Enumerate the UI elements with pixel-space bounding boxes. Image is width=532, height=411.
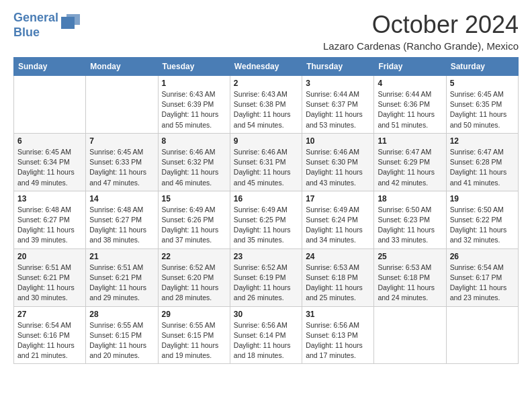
logo-icon (61, 11, 80, 32)
day-info: Sunrise: 6:48 AMSunset: 6:27 PMDaylight:… (17, 205, 75, 244)
calendar-cell: 10Sunrise: 6:46 AMSunset: 6:30 PMDayligh… (302, 133, 374, 191)
day-info: Sunrise: 6:45 AMSunset: 6:33 PMDaylight:… (89, 148, 146, 187)
day-number: 4 (378, 79, 442, 88)
day-info: Sunrise: 6:50 AMSunset: 6:22 PMDaylight:… (450, 205, 507, 244)
weekday-header-wednesday: Wednesday (230, 58, 302, 76)
calendar-cell: 8Sunrise: 6:46 AMSunset: 6:32 PMDaylight… (158, 133, 230, 191)
day-number: 19 (450, 194, 515, 203)
calendar-cell: 30Sunrise: 6:56 AMSunset: 6:14 PMDayligh… (230, 306, 302, 364)
weekday-header-sunday: Sunday (14, 58, 86, 76)
day-number: 13 (17, 194, 82, 203)
day-info: Sunrise: 6:51 AMSunset: 6:21 PMDaylight:… (17, 263, 75, 302)
calendar-week-row: 6Sunrise: 6:45 AMSunset: 6:34 PMDaylight… (14, 133, 519, 191)
calendar-cell: 16Sunrise: 6:49 AMSunset: 6:25 PMDayligh… (230, 191, 302, 248)
day-number: 11 (378, 136, 442, 146)
day-info: Sunrise: 6:44 AMSunset: 6:37 PMDaylight:… (306, 90, 363, 129)
calendar-cell: 25Sunrise: 6:53 AMSunset: 6:18 PMDayligh… (374, 248, 446, 306)
day-number: 15 (162, 194, 226, 203)
calendar-week-row: 13Sunrise: 6:48 AMSunset: 6:27 PMDayligh… (14, 191, 519, 248)
day-number: 30 (234, 310, 298, 319)
calendar-cell: 5Sunrise: 6:45 AMSunset: 6:35 PMDaylight… (446, 76, 518, 134)
day-number: 31 (306, 310, 370, 319)
day-info: Sunrise: 6:54 AMSunset: 6:16 PMDaylight:… (17, 321, 75, 360)
day-info: Sunrise: 6:49 AMSunset: 6:26 PMDaylight:… (162, 205, 219, 244)
calendar-cell: 3Sunrise: 6:44 AMSunset: 6:37 PMDaylight… (302, 76, 374, 134)
calendar-cell: 29Sunrise: 6:55 AMSunset: 6:15 PMDayligh… (158, 306, 230, 364)
month-title: October 2024 (323, 11, 519, 39)
day-number: 18 (378, 194, 442, 203)
calendar-cell: 4Sunrise: 6:44 AMSunset: 6:36 PMDaylight… (374, 76, 446, 134)
day-number: 23 (234, 252, 298, 261)
day-info: Sunrise: 6:49 AMSunset: 6:25 PMDaylight:… (234, 205, 291, 244)
calendar-cell (86, 76, 158, 134)
day-info: Sunrise: 6:53 AMSunset: 6:18 PMDaylight:… (306, 263, 363, 302)
day-info: Sunrise: 6:47 AMSunset: 6:29 PMDaylight:… (378, 148, 435, 187)
calendar-cell: 27Sunrise: 6:54 AMSunset: 6:16 PMDayligh… (14, 306, 86, 364)
weekday-header-saturday: Saturday (446, 58, 518, 76)
calendar-cell: 21Sunrise: 6:51 AMSunset: 6:21 PMDayligh… (86, 248, 158, 306)
day-info: Sunrise: 6:46 AMSunset: 6:30 PMDaylight:… (306, 148, 363, 187)
day-info: Sunrise: 6:50 AMSunset: 6:23 PMDaylight:… (378, 205, 435, 244)
calendar-cell: 7Sunrise: 6:45 AMSunset: 6:33 PMDaylight… (86, 133, 158, 191)
day-number: 12 (450, 136, 515, 146)
calendar-cell: 2Sunrise: 6:43 AMSunset: 6:38 PMDaylight… (230, 76, 302, 134)
day-info: Sunrise: 6:55 AMSunset: 6:15 PMDaylight:… (162, 321, 219, 360)
day-number: 9 (234, 136, 298, 146)
logo-text: General Blue (13, 11, 58, 40)
calendar-cell: 28Sunrise: 6:55 AMSunset: 6:15 PMDayligh… (86, 306, 158, 364)
day-info: Sunrise: 6:46 AMSunset: 6:32 PMDaylight:… (162, 148, 219, 187)
day-info: Sunrise: 6:51 AMSunset: 6:21 PMDaylight:… (89, 263, 146, 302)
day-number: 6 (17, 136, 82, 146)
day-info: Sunrise: 6:45 AMSunset: 6:35 PMDaylight:… (450, 90, 507, 129)
day-info: Sunrise: 6:45 AMSunset: 6:34 PMDaylight:… (17, 148, 75, 187)
calendar-cell: 26Sunrise: 6:54 AMSunset: 6:17 PMDayligh… (446, 248, 518, 306)
day-info: Sunrise: 6:43 AMSunset: 6:39 PMDaylight:… (162, 90, 219, 129)
day-info: Sunrise: 6:54 AMSunset: 6:17 PMDaylight:… (450, 263, 507, 302)
day-info: Sunrise: 6:43 AMSunset: 6:38 PMDaylight:… (234, 90, 291, 129)
day-info: Sunrise: 6:52 AMSunset: 6:20 PMDaylight:… (162, 263, 219, 302)
calendar-cell: 9Sunrise: 6:46 AMSunset: 6:31 PMDaylight… (230, 133, 302, 191)
day-number: 27 (17, 310, 82, 319)
day-info: Sunrise: 6:49 AMSunset: 6:24 PMDaylight:… (306, 205, 363, 244)
day-number: 1 (162, 79, 226, 88)
calendar-cell: 31Sunrise: 6:56 AMSunset: 6:13 PMDayligh… (302, 306, 374, 364)
day-number: 5 (450, 79, 515, 88)
day-info: Sunrise: 6:46 AMSunset: 6:31 PMDaylight:… (234, 148, 291, 187)
day-info: Sunrise: 6:55 AMSunset: 6:15 PMDaylight:… (89, 321, 146, 360)
calendar-cell (446, 306, 518, 364)
day-info: Sunrise: 6:56 AMSunset: 6:13 PMDaylight:… (306, 321, 363, 360)
day-number: 28 (89, 310, 154, 319)
calendar-cell: 18Sunrise: 6:50 AMSunset: 6:23 PMDayligh… (374, 191, 446, 248)
day-number: 10 (306, 136, 370, 146)
day-number: 26 (450, 252, 515, 261)
calendar-cell (374, 306, 446, 364)
calendar-cell: 23Sunrise: 6:52 AMSunset: 6:19 PMDayligh… (230, 248, 302, 306)
calendar-cell: 15Sunrise: 6:49 AMSunset: 6:26 PMDayligh… (158, 191, 230, 248)
day-number: 16 (234, 194, 298, 203)
calendar-cell: 24Sunrise: 6:53 AMSunset: 6:18 PMDayligh… (302, 248, 374, 306)
weekday-header-row: SundayMondayTuesdayWednesdayThursdayFrid… (14, 58, 519, 76)
day-number: 29 (162, 310, 226, 319)
day-number: 24 (306, 252, 370, 261)
weekday-header-monday: Monday (86, 58, 158, 76)
svg-marker-1 (61, 17, 75, 29)
day-info: Sunrise: 6:44 AMSunset: 6:36 PMDaylight:… (378, 90, 435, 129)
day-number: 25 (378, 252, 442, 261)
page-header: General Blue October 2024 Lazaro Cardena… (13, 11, 519, 52)
calendar-cell: 22Sunrise: 6:52 AMSunset: 6:20 PMDayligh… (158, 248, 230, 306)
calendar-cell: 12Sunrise: 6:47 AMSunset: 6:28 PMDayligh… (446, 133, 518, 191)
day-number: 2 (234, 79, 298, 88)
calendar-cell: 14Sunrise: 6:48 AMSunset: 6:27 PMDayligh… (86, 191, 158, 248)
location-title: Lazaro Cardenas (Rancho Grande), Mexico (323, 40, 519, 52)
day-info: Sunrise: 6:48 AMSunset: 6:27 PMDaylight:… (89, 205, 146, 244)
day-number: 14 (89, 194, 154, 203)
day-info: Sunrise: 6:56 AMSunset: 6:14 PMDaylight:… (234, 321, 291, 360)
day-number: 3 (306, 79, 370, 88)
day-number: 7 (89, 136, 154, 146)
calendar-cell: 17Sunrise: 6:49 AMSunset: 6:24 PMDayligh… (302, 191, 374, 248)
day-number: 22 (162, 252, 226, 261)
day-info: Sunrise: 6:53 AMSunset: 6:18 PMDaylight:… (378, 263, 435, 302)
calendar-cell: 19Sunrise: 6:50 AMSunset: 6:22 PMDayligh… (446, 191, 518, 248)
day-number: 17 (306, 194, 370, 203)
weekday-header-friday: Friday (374, 58, 446, 76)
